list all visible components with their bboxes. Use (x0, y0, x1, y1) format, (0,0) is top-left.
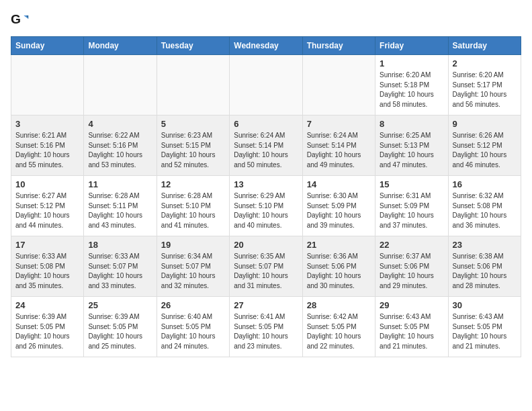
day-info: Sunrise: 6:33 AM Sunset: 5:07 PM Dayligh… (88, 252, 152, 291)
calendar-cell: 13Sunrise: 6:29 AM Sunset: 5:10 PM Dayli… (230, 176, 302, 236)
weekday-header-friday: Friday (375, 37, 448, 55)
day-info: Sunrise: 6:25 AM Sunset: 5:13 PM Dayligh… (380, 131, 443, 170)
calendar-cell: 20Sunrise: 6:35 AM Sunset: 5:07 PM Dayli… (230, 236, 302, 297)
weekday-header-sunday: Sunday (11, 37, 84, 55)
calendar-cell: 30Sunrise: 6:43 AM Sunset: 5:05 PM Dayli… (448, 297, 521, 357)
day-info: Sunrise: 6:28 AM Sunset: 5:10 PM Dayligh… (161, 191, 225, 230)
calendar-week-4: 17Sunrise: 6:33 AM Sunset: 5:08 PM Dayli… (11, 236, 521, 297)
day-info: Sunrise: 6:23 AM Sunset: 5:15 PM Dayligh… (161, 131, 225, 170)
calendar-cell: 26Sunrise: 6:40 AM Sunset: 5:05 PM Dayli… (157, 297, 229, 357)
day-info: Sunrise: 6:38 AM Sunset: 5:06 PM Dayligh… (453, 252, 517, 291)
day-info: Sunrise: 6:20 AM Sunset: 5:18 PM Dayligh… (380, 71, 443, 109)
calendar-cell: 14Sunrise: 6:30 AM Sunset: 5:09 PM Dayli… (302, 176, 375, 236)
day-number: 16 (453, 179, 517, 189)
calendar-cell: 21Sunrise: 6:36 AM Sunset: 5:06 PM Dayli… (302, 236, 375, 297)
day-info: Sunrise: 6:28 AM Sunset: 5:11 PM Dayligh… (88, 191, 152, 230)
day-number: 30 (453, 300, 517, 310)
calendar-cell (11, 55, 84, 116)
calendar-cell: 22Sunrise: 6:37 AM Sunset: 5:06 PM Dayli… (375, 236, 448, 297)
day-info: Sunrise: 6:30 AM Sunset: 5:09 PM Dayligh… (307, 191, 371, 230)
day-number: 5 (161, 119, 225, 129)
day-info: Sunrise: 6:20 AM Sunset: 5:17 PM Dayligh… (453, 71, 517, 109)
calendar-table: SundayMondayTuesdayWednesdayThursdayFrid… (11, 36, 521, 357)
calendar-cell: 23Sunrise: 6:38 AM Sunset: 5:06 PM Dayli… (448, 236, 521, 297)
calendar-cell: 29Sunrise: 6:43 AM Sunset: 5:05 PM Dayli… (375, 297, 448, 357)
svg-text:G: G (11, 12, 21, 26)
day-info: Sunrise: 6:43 AM Sunset: 5:05 PM Dayligh… (453, 312, 517, 351)
day-info: Sunrise: 6:39 AM Sunset: 5:05 PM Dayligh… (15, 312, 79, 351)
weekday-header-wednesday: Wednesday (230, 37, 302, 55)
day-number: 11 (88, 179, 152, 189)
day-number: 19 (161, 240, 225, 250)
day-info: Sunrise: 6:33 AM Sunset: 5:08 PM Dayligh… (15, 252, 79, 291)
calendar-cell: 9Sunrise: 6:26 AM Sunset: 5:12 PM Daylig… (448, 116, 521, 176)
day-number: 22 (380, 240, 443, 250)
calendar-cell: 4Sunrise: 6:22 AM Sunset: 5:16 PM Daylig… (84, 116, 157, 176)
day-number: 10 (15, 179, 79, 189)
calendar-cell: 11Sunrise: 6:28 AM Sunset: 5:11 PM Dayli… (84, 176, 157, 236)
day-info: Sunrise: 6:41 AM Sunset: 5:05 PM Dayligh… (234, 312, 298, 351)
calendar-cell: 10Sunrise: 6:27 AM Sunset: 5:12 PM Dayli… (11, 176, 84, 236)
day-number: 28 (307, 300, 371, 310)
calendar-cell: 25Sunrise: 6:39 AM Sunset: 5:05 PM Dayli… (84, 297, 157, 357)
day-number: 15 (380, 179, 443, 189)
calendar-cell (230, 55, 302, 116)
day-number: 9 (453, 119, 517, 129)
day-info: Sunrise: 6:24 AM Sunset: 5:14 PM Dayligh… (234, 131, 298, 170)
day-number: 20 (234, 240, 298, 250)
calendar-week-1: 1Sunrise: 6:20 AM Sunset: 5:18 PM Daylig… (11, 55, 521, 116)
day-number: 23 (453, 240, 517, 250)
calendar-cell: 5Sunrise: 6:23 AM Sunset: 5:15 PM Daylig… (157, 116, 229, 176)
day-number: 26 (161, 300, 225, 310)
logo: G (11, 11, 32, 30)
calendar-cell: 16Sunrise: 6:32 AM Sunset: 5:08 PM Dayli… (448, 176, 521, 236)
weekday-header-saturday: Saturday (448, 37, 521, 55)
day-number: 2 (453, 58, 517, 68)
day-number: 18 (88, 240, 152, 250)
day-info: Sunrise: 6:27 AM Sunset: 5:12 PM Dayligh… (15, 191, 79, 230)
day-number: 24 (15, 300, 79, 310)
day-info: Sunrise: 6:35 AM Sunset: 5:07 PM Dayligh… (234, 252, 298, 291)
day-number: 17 (15, 240, 79, 250)
calendar-cell: 6Sunrise: 6:24 AM Sunset: 5:14 PM Daylig… (230, 116, 302, 176)
day-number: 14 (307, 179, 371, 189)
calendar-week-5: 24Sunrise: 6:39 AM Sunset: 5:05 PM Dayli… (11, 297, 521, 357)
day-number: 29 (380, 300, 443, 310)
day-info: Sunrise: 6:36 AM Sunset: 5:06 PM Dayligh… (307, 252, 371, 291)
day-number: 3 (15, 119, 79, 129)
weekday-header-row: SundayMondayTuesdayWednesdayThursdayFrid… (11, 37, 521, 55)
calendar-cell: 15Sunrise: 6:31 AM Sunset: 5:09 PM Dayli… (375, 176, 448, 236)
day-number: 12 (161, 179, 225, 189)
day-info: Sunrise: 6:37 AM Sunset: 5:06 PM Dayligh… (380, 252, 443, 291)
page-header: G (11, 11, 521, 30)
day-info: Sunrise: 6:21 AM Sunset: 5:16 PM Dayligh… (15, 131, 79, 170)
day-number: 27 (234, 300, 298, 310)
calendar-cell: 24Sunrise: 6:39 AM Sunset: 5:05 PM Dayli… (11, 297, 84, 357)
calendar-cell: 27Sunrise: 6:41 AM Sunset: 5:05 PM Dayli… (230, 297, 302, 357)
day-info: Sunrise: 6:43 AM Sunset: 5:05 PM Dayligh… (380, 312, 443, 351)
day-number: 13 (234, 179, 298, 189)
calendar-cell: 17Sunrise: 6:33 AM Sunset: 5:08 PM Dayli… (11, 236, 84, 297)
day-info: Sunrise: 6:34 AM Sunset: 5:07 PM Dayligh… (161, 252, 225, 291)
day-info: Sunrise: 6:40 AM Sunset: 5:05 PM Dayligh… (161, 312, 225, 351)
day-info: Sunrise: 6:39 AM Sunset: 5:05 PM Dayligh… (88, 312, 152, 351)
calendar-cell: 18Sunrise: 6:33 AM Sunset: 5:07 PM Dayli… (84, 236, 157, 297)
calendar-cell: 8Sunrise: 6:25 AM Sunset: 5:13 PM Daylig… (375, 116, 448, 176)
weekday-header-monday: Monday (84, 37, 157, 55)
day-info: Sunrise: 6:42 AM Sunset: 5:05 PM Dayligh… (307, 312, 371, 351)
calendar-cell: 7Sunrise: 6:24 AM Sunset: 5:14 PM Daylig… (302, 116, 375, 176)
day-number: 8 (380, 119, 443, 129)
calendar-cell: 28Sunrise: 6:42 AM Sunset: 5:05 PM Dayli… (302, 297, 375, 357)
calendar-week-3: 10Sunrise: 6:27 AM Sunset: 5:12 PM Dayli… (11, 176, 521, 236)
day-info: Sunrise: 6:32 AM Sunset: 5:08 PM Dayligh… (453, 191, 517, 230)
day-info: Sunrise: 6:31 AM Sunset: 5:09 PM Dayligh… (380, 191, 443, 230)
day-number: 1 (380, 58, 443, 68)
calendar-cell (84, 55, 157, 116)
logo-icon: G (11, 11, 30, 30)
day-info: Sunrise: 6:29 AM Sunset: 5:10 PM Dayligh… (234, 191, 298, 230)
calendar-cell: 1Sunrise: 6:20 AM Sunset: 5:18 PM Daylig… (375, 55, 448, 116)
calendar-cell: 19Sunrise: 6:34 AM Sunset: 5:07 PM Dayli… (157, 236, 229, 297)
day-info: Sunrise: 6:26 AM Sunset: 5:12 PM Dayligh… (453, 131, 517, 170)
day-number: 21 (307, 240, 371, 250)
weekday-header-thursday: Thursday (302, 37, 375, 55)
